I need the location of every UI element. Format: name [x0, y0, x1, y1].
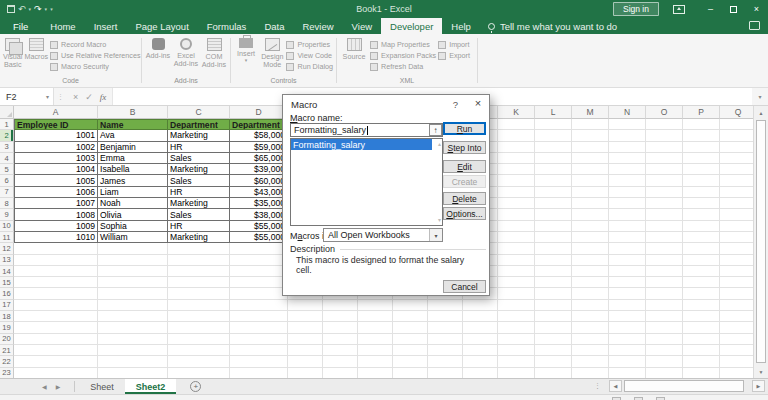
cell-L19[interactable] [535, 322, 572, 333]
cell-D10[interactable]: $55,000 [230, 221, 288, 232]
cell-A10[interactable]: 1009 [14, 221, 98, 232]
ribbon-tab-page-layout[interactable]: Page Layout [126, 18, 197, 34]
cell-C6[interactable]: Sales [168, 175, 230, 186]
next-sheet-icon[interactable]: ▶ [56, 383, 61, 390]
cell-K22[interactable] [498, 356, 535, 367]
undo-dropdown-icon[interactable]: ▾ [29, 6, 32, 12]
excel-add-ins-button[interactable]: Excel Add-ins [173, 37, 199, 67]
cell-K8[interactable] [498, 198, 535, 209]
cell-Q21[interactable] [720, 345, 753, 356]
cell-G22[interactable] [358, 356, 393, 367]
ribbon-tab-home[interactable]: Home [41, 18, 84, 34]
cell-L15[interactable] [535, 277, 572, 288]
cell-P7[interactable] [683, 187, 720, 198]
cell-L9[interactable] [535, 209, 572, 220]
cell-O17[interactable] [646, 300, 683, 311]
cell-O7[interactable] [646, 187, 683, 198]
cell-M17[interactable] [572, 300, 609, 311]
cell-L21[interactable] [535, 345, 572, 356]
cell-P20[interactable] [683, 334, 720, 345]
cell-P19[interactable] [683, 322, 720, 333]
cell-A1[interactable]: Employee ID [14, 119, 98, 130]
redo-icon[interactable]: ↷ [34, 5, 42, 14]
cell-A3[interactable]: 1002 [14, 142, 98, 153]
cell-G21[interactable] [358, 345, 393, 356]
cell-A23[interactable] [14, 368, 98, 378]
com-add-ins-button[interactable]: COM Add-ins [201, 37, 227, 68]
cell-D6[interactable]: $60,000 [230, 175, 288, 186]
cell-O14[interactable] [646, 266, 683, 277]
cell-Q18[interactable] [720, 311, 753, 322]
row-header-1[interactable]: 1 [0, 119, 14, 130]
cell-C17[interactable] [168, 300, 230, 311]
cell-N14[interactable] [609, 266, 646, 277]
vertical-scrollbar-thumb[interactable] [756, 120, 766, 363]
cell-D23[interactable] [230, 368, 288, 378]
cell-A6[interactable]: 1005 [14, 175, 98, 186]
cell-C13[interactable] [168, 255, 230, 266]
help-icon[interactable]: ? [453, 99, 458, 110]
cell-D13[interactable] [230, 255, 288, 266]
cell-O11[interactable] [646, 232, 683, 243]
cell-C1[interactable]: Department [168, 119, 230, 130]
cell-H17[interactable] [393, 300, 428, 311]
cell-C19[interactable] [168, 322, 230, 333]
cell-I23[interactable] [428, 368, 463, 378]
view-code-button[interactable]: View Code [286, 51, 333, 60]
cell-M20[interactable] [572, 334, 609, 345]
cell-I18[interactable] [428, 311, 463, 322]
cell-L6[interactable] [535, 175, 572, 186]
cell-F23[interactable] [323, 368, 358, 378]
insert-function-icon[interactable]: fx [100, 92, 107, 102]
cell-A2[interactable]: 1001 [14, 130, 98, 141]
cell-N3[interactable] [609, 142, 646, 153]
column-header-o[interactable]: O [646, 106, 683, 119]
select-all-corner[interactable] [0, 106, 14, 119]
cell-C2[interactable]: Marketing [168, 130, 230, 141]
cell-O15[interactable] [646, 277, 683, 288]
column-header-l[interactable]: L [535, 106, 572, 119]
cell-P13[interactable] [683, 255, 720, 266]
cell-B10[interactable]: Sophia [98, 221, 168, 232]
cell-M7[interactable] [572, 187, 609, 198]
cell-C18[interactable] [168, 311, 230, 322]
new-sheet-button[interactable]: + [190, 381, 201, 392]
cell-E17[interactable] [288, 300, 323, 311]
cell-D19[interactable] [230, 322, 288, 333]
cell-K7[interactable] [498, 187, 535, 198]
macros-button[interactable]: Macros [24, 37, 48, 61]
close-button[interactable]: × [745, 0, 768, 18]
cell-H18[interactable] [393, 311, 428, 322]
cell-K9[interactable] [498, 209, 535, 220]
cell-B15[interactable] [98, 277, 168, 288]
ribbon-tab-insert[interactable]: Insert [85, 18, 127, 34]
record-macro-button[interactable]: Record Macro [50, 40, 141, 49]
cell-B17[interactable] [98, 300, 168, 311]
column-header-c[interactable]: C [168, 106, 230, 119]
cell-B8[interactable]: Noah [98, 198, 168, 209]
expansion-packs-button[interactable]: Expansion Packs [370, 51, 436, 60]
cell-D14[interactable] [230, 266, 288, 277]
cell-B2[interactable]: Ava [98, 130, 168, 141]
cell-A16[interactable] [14, 288, 98, 299]
macro-name-input[interactable]: Formatting_salary ↑ [290, 123, 443, 137]
undo-icon[interactable]: ↶ [18, 5, 26, 14]
cell-L17[interactable] [535, 300, 572, 311]
cell-B13[interactable] [98, 255, 168, 266]
cell-M16[interactable] [572, 288, 609, 299]
cell-K18[interactable] [498, 311, 535, 322]
list-scroll-up-icon[interactable]: ▴ [438, 141, 441, 147]
cell-I17[interactable] [428, 300, 463, 311]
cell-Q17[interactable] [720, 300, 753, 311]
design-mode-button[interactable]: Design Mode [260, 37, 284, 68]
ribbon-tab-view[interactable]: View [343, 18, 381, 34]
cell-A4[interactable]: 1003 [14, 153, 98, 164]
cell-N7[interactable] [609, 187, 646, 198]
row-header-2[interactable]: 2 [0, 130, 14, 141]
cell-M6[interactable] [572, 175, 609, 186]
cell-A5[interactable]: 1004 [14, 164, 98, 175]
cell-M3[interactable] [572, 142, 609, 153]
row-header-11[interactable]: 11 [0, 232, 14, 243]
row-header-19[interactable]: 19 [0, 322, 14, 333]
cell-K13[interactable] [498, 255, 535, 266]
